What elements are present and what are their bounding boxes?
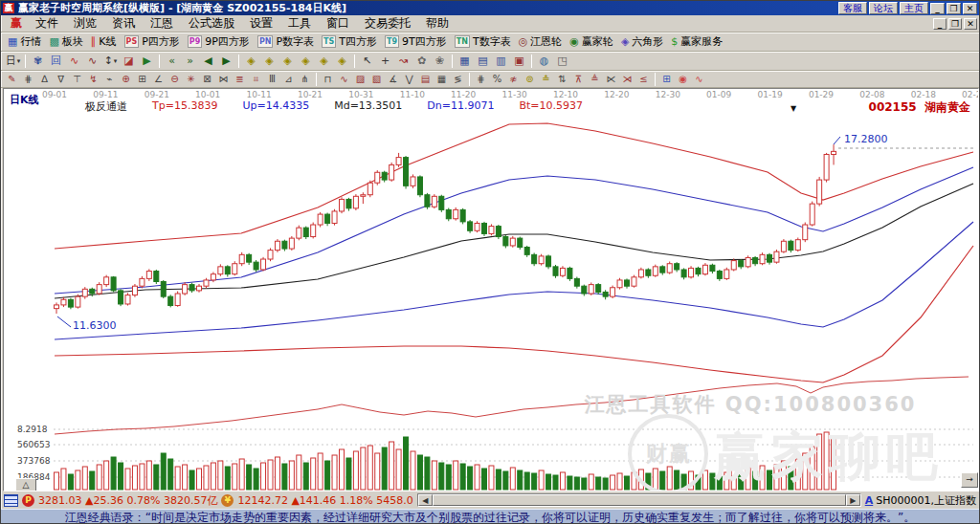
t-table-button[interactable]: TNT数字表 — [451, 33, 515, 50]
menu-logo-icon[interactable]: 赢 — [5, 14, 28, 33]
prev-bar-icon[interactable]: ◀ — [199, 54, 217, 69]
draw-shade-a-icon[interactable]: ▨ — [352, 73, 368, 86]
menu-帮助[interactable]: 帮助 — [418, 14, 457, 33]
period-day-dropdown[interactable]: 日▾ — [4, 54, 22, 69]
gann-diamond-3-icon[interactable]: ◈ — [278, 54, 297, 69]
yinyang-icon[interactable]: ◉ — [675, 73, 691, 86]
style-icon[interactable]: ✾ — [29, 54, 47, 69]
market-quotes-button[interactable]: ▦行情 — [4, 33, 45, 50]
draw-approx-icon[interactable]: ≉ — [505, 73, 522, 86]
draw-pitchfork-icon[interactable]: ⋔ — [297, 73, 313, 86]
draw-percent-icon[interactable]: % — [489, 73, 505, 86]
hexagon-button[interactable]: ◈六角形 — [617, 33, 667, 50]
menu-工具[interactable]: 工具 — [280, 14, 319, 33]
last-bar-icon[interactable]: » — [181, 54, 199, 69]
draw-right-tri-icon[interactable]: ⊿ — [280, 73, 297, 86]
grid-panel-icon[interactable]: ⊞ — [658, 73, 675, 86]
child-close-button[interactable]: ✕ — [964, 18, 977, 30]
scrollbar-thumb[interactable] — [433, 494, 846, 506]
expand-panel-button[interactable]: △ — [15, 478, 36, 491]
draw-shade-b-icon[interactable]: ▧ — [368, 73, 385, 86]
draw-circle-cross-icon[interactable]: ⊕ — [118, 73, 134, 86]
save-icon[interactable]: ▣ — [510, 54, 528, 69]
flag-icon[interactable]: ▶ — [138, 54, 156, 69]
draw-angle-icon[interactable]: ∠ — [150, 73, 167, 86]
draw-fan-icon[interactable]: ✳ — [183, 73, 199, 86]
draw-pen-icon[interactable]: ✎ — [4, 73, 20, 86]
sine-icon[interactable]: ∿ — [691, 73, 707, 86]
draw-tri-down-icon[interactable]: ∇ — [53, 73, 69, 86]
market-grid-icon[interactable] — [4, 494, 18, 507]
draw-box-x-icon[interactable]: ⊠ — [199, 73, 215, 86]
horizontal-scrollbar[interactable]: ◀ ▶ — [417, 493, 861, 507]
app-restore-button[interactable]: ❐ — [947, 3, 961, 14]
draw-matrix-icon[interactable]: ▦ — [434, 73, 450, 86]
scroll-right-button[interactable]: → — [961, 472, 978, 488]
wave-big-icon[interactable]: ∿ — [83, 54, 101, 69]
menu-文件[interactable]: 文件 — [28, 14, 66, 33]
pattern-a-icon[interactable]: ✿ — [412, 54, 431, 69]
9p-square-button[interactable]: P99P四方形 — [184, 33, 254, 50]
sectors-button[interactable]: ▩板块 — [45, 33, 86, 50]
draw-rtimes-icon[interactable]: ⋊ — [619, 73, 635, 86]
gann-diamond-2-icon[interactable]: ◈ — [260, 54, 278, 69]
winner-service-button[interactable]: $赢家服务 — [667, 33, 726, 50]
draw-tri-up-icon[interactable]: ∆ — [36, 73, 53, 86]
draw-bolt-icon[interactable]: ↯ — [85, 73, 101, 86]
homepage-button[interactable]: 主页 — [900, 2, 928, 14]
calculator-icon[interactable]: ▤ — [474, 54, 492, 69]
crosshair-icon[interactable]: + — [376, 54, 394, 69]
menu-设置[interactable]: 设置 — [242, 14, 280, 33]
pc-export-icon[interactable]: ◳ — [553, 54, 571, 69]
menu-窗口[interactable]: 窗口 — [319, 14, 357, 33]
draw-leq-icon[interactable]: ≤ — [635, 73, 652, 86]
scale-dropdown[interactable]: ↕▾ — [101, 54, 120, 69]
draw-gold-ring-icon[interactable]: ⊚ — [522, 73, 538, 86]
pattern-b-icon[interactable]: ❀ — [431, 54, 449, 69]
notes-icon[interactable]: ▥ — [492, 54, 510, 69]
web-export-icon[interactable]: ◍ — [535, 54, 553, 69]
trend-line-icon[interactable]: ↝ — [394, 54, 412, 69]
menu-江恩[interactable]: 江恩 — [143, 14, 181, 33]
draw-bands-icon[interactable]: ▤ — [417, 73, 434, 86]
menu-资讯[interactable]: 资讯 — [104, 14, 143, 33]
next-bar-icon[interactable]: ▶ — [217, 54, 235, 69]
p-table-button[interactable]: PNP数字表 — [254, 33, 318, 50]
draw-gann-grid-icon[interactable]: ⌗ — [248, 73, 264, 86]
t-square-button[interactable]: TST四方形 — [318, 33, 381, 50]
scroll-left-arrow[interactable]: ◀ — [418, 494, 433, 506]
menu-浏览[interactable]: 浏览 — [66, 14, 104, 33]
kline-button[interactable]: ∥K线 — [87, 33, 121, 50]
menu-公式选股[interactable]: 公式选股 — [181, 14, 242, 33]
draw-thirds-icon[interactable]: Ⅲ — [264, 73, 280, 86]
draw-ltimes-icon[interactable]: ⋉ — [603, 73, 619, 86]
gann-diamond-1-icon[interactable]: ◈ — [242, 54, 260, 69]
chart-panel[interactable]: 09-0109-1109-2110-0110-1110-2110-3111-10… — [3, 88, 979, 491]
frame-icon[interactable]: 回 — [47, 54, 65, 69]
forum-button[interactable]: 论坛 — [869, 2, 898, 14]
scroll-right-arrow[interactable]: ▶ — [846, 494, 860, 506]
draw-cycle-icon[interactable]: ∿ — [336, 73, 352, 86]
child-restore-button[interactable]: ❐ — [948, 18, 962, 30]
gann-wheel-button[interactable]: ◎江恩轮 — [515, 33, 567, 50]
child-minimize-button[interactable]: _ — [933, 18, 947, 30]
app-close-button[interactable]: ✕ — [963, 3, 977, 14]
winner-wheel-button[interactable]: ◉赢家轮 — [566, 33, 617, 50]
draw-rails-icon[interactable]: ⋕ — [473, 73, 489, 86]
sse-index-quote[interactable]: 3281.03 ▲25.36 0.78% 3820.57亿 — [38, 493, 217, 508]
draw-grid-icon[interactable]: ⋕ — [20, 73, 36, 86]
draw-channel-icon[interactable]: ⊓ — [320, 73, 336, 86]
9t-square-button[interactable]: T99T四方形 — [381, 33, 451, 50]
szse-index-quote[interactable]: 12142.72 ▲141.46 1.18% 5458.0 — [237, 494, 412, 507]
p-square-button[interactable]: PSP四方形 — [121, 33, 184, 50]
gann-diamond-4-icon[interactable]: ◈ — [297, 54, 315, 69]
first-bar-icon[interactable]: « — [163, 54, 181, 69]
draw-levels-icon[interactable]: ≣ — [232, 73, 248, 86]
draw-star-eq-icon[interactable]: ≛ — [538, 73, 554, 86]
gann-diamond-6-icon[interactable]: ◈ — [333, 54, 351, 69]
draw-bowtie-icon[interactable]: ⋈ — [215, 73, 232, 86]
draw-updown-icon[interactable]: ⇅ — [554, 73, 570, 86]
draw-delta-eq-icon[interactable]: ≜ — [587, 73, 603, 86]
draw-square-grid-icon[interactable]: ⊞ — [134, 73, 150, 86]
wave-small-icon[interactable]: ∿ — [65, 54, 83, 69]
